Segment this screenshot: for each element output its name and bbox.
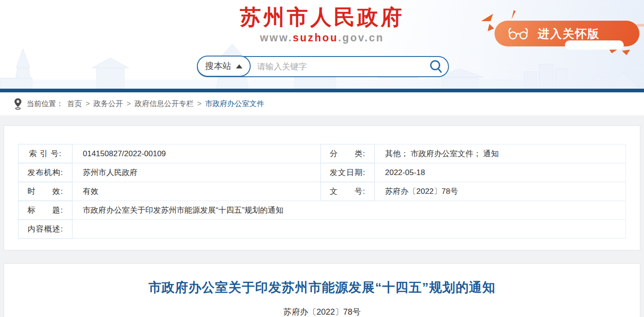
site-header: 苏州市人民政府 www.suzhou.gov.cn 搜本站	[0, 0, 644, 89]
index-number-label: 索 引 号:	[18, 144, 72, 163]
table-row: 索 引 号: 014150827/2022-00109 分 类: 其他； 市政府…	[18, 144, 626, 163]
search-button[interactable]	[424, 57, 448, 76]
issue-date-value: 2022-05-18	[374, 163, 626, 182]
breadcrumb-separator: >	[126, 100, 131, 108]
breadcrumb-label: 当前位置：	[27, 99, 63, 109]
care-button-notch	[565, 40, 624, 50]
doc-number-label: 文 号:	[321, 182, 374, 201]
site-url-prefix: www.	[260, 32, 293, 44]
header-divider-bar	[0, 89, 644, 92]
breadcrumb-item-home[interactable]: 首页	[67, 99, 82, 109]
title-value: 市政府办公室关于印发苏州市能源发展“十四五”规划的通知	[72, 201, 626, 220]
search-scope-dropdown[interactable]: 搜本站	[197, 56, 251, 77]
issue-date-label: 发文日期:	[321, 163, 374, 182]
care-version-button[interactable]: 进入关怀版	[494, 21, 639, 46]
validity-value: 有效	[72, 182, 321, 201]
dropdown-arrow-icon	[236, 64, 242, 68]
document-meta-table: 索 引 号: 014150827/2022-00109 分 类: 其他； 市政府…	[18, 144, 626, 239]
doc-number-value: 苏府办〔2022〕78号	[374, 182, 626, 201]
category-value: 其他； 市政府办公室文件； 通知	[374, 144, 626, 163]
issuing-agency-value: 苏州市人民政府	[72, 163, 321, 182]
table-row: 发布机构: 苏州市人民政府 发文日期: 2022-05-18	[18, 163, 626, 182]
document-number: 苏府办〔2022〕78号	[4, 306, 640, 317]
issuing-agency-label: 发布机构:	[18, 163, 72, 182]
search-bar: 搜本站	[197, 56, 449, 77]
table-row: 标 题: 市政府办公室关于印发苏州市能源发展“十四五”规划的通知	[18, 201, 626, 220]
care-version-label: 进入关怀版	[538, 26, 600, 41]
site-url-suffix: .gov.cn	[338, 32, 384, 44]
breadcrumb-item-info-disclosure[interactable]: 政府信息公开专栏	[135, 99, 194, 109]
breadcrumb: 当前位置： 首页 > 政务公开 > 政府信息公开专栏 > 市政府办公室文件	[0, 92, 644, 115]
document-body-card: 市政府办公室关于印发苏州市能源发展“十四五”规划的通知 苏府办〔2022〕78号	[4, 263, 640, 317]
title-label: 标 题:	[18, 201, 72, 220]
glasses-icon	[506, 27, 530, 40]
breadcrumb-item-open-gov[interactable]: 政务公开	[93, 99, 123, 109]
table-row: 内容概述:	[18, 220, 626, 238]
breadcrumb-separator: >	[197, 100, 201, 108]
summary-value	[72, 220, 626, 238]
table-row: 时 效: 有效 文 号: 苏府办〔2022〕78号	[18, 182, 626, 201]
document-meta-card: 索 引 号: 014150827/2022-00109 分 类: 其他； 市政府…	[4, 125, 640, 250]
site-url-brand: suzhou	[293, 32, 338, 44]
breadcrumb-separator: >	[86, 100, 90, 108]
search-scope-label: 搜本站	[205, 60, 231, 72]
location-pin-icon	[14, 98, 22, 110]
search-icon	[429, 59, 443, 74]
site-logo-title[interactable]: 苏州市人民政府	[240, 6, 404, 29]
document-title: 市政府办公室关于印发苏州市能源发展“十四五”规划的通知	[4, 279, 640, 296]
validity-label: 时 效:	[18, 182, 72, 201]
breadcrumb-item-office-documents[interactable]: 市政府办公室文件	[205, 99, 264, 109]
category-label: 分 类:	[321, 144, 374, 163]
index-number-value: 014150827/2022-00109	[72, 144, 321, 163]
summary-label: 内容概述:	[18, 220, 72, 238]
search-input[interactable]	[251, 62, 424, 72]
